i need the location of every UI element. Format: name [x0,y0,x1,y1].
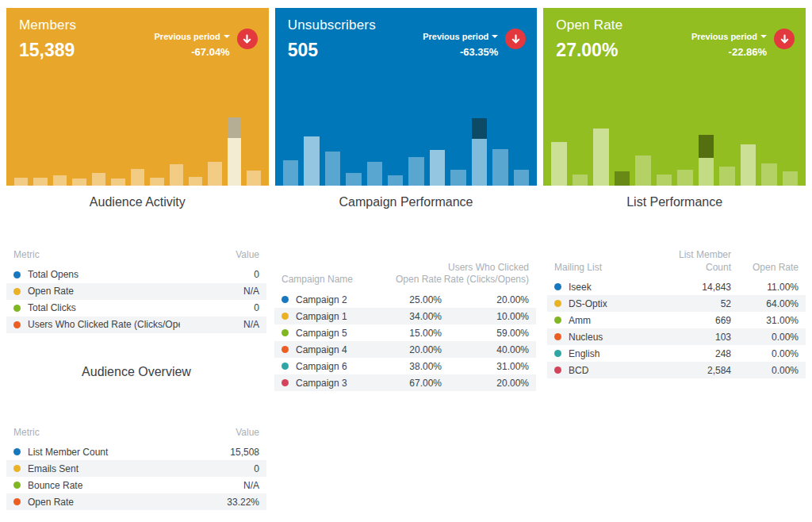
mailing-list-name: Nucleus [569,332,603,343]
card-value: 505 [288,40,376,61]
caption-audience-activity: Audience Activity [6,195,269,209]
metric-label: Users Who Clicked Rate (Clicks/Opens) [28,319,180,330]
series-dot [282,346,289,353]
mini-bar [450,170,465,186]
series-dot [282,363,289,370]
metric-value: 0 [180,463,259,474]
header-open-rate: Open Rate [731,262,799,274]
mini-bar [514,170,529,186]
series-dot [13,271,21,278]
member-count-value: 103 [660,332,731,343]
previous-period-dropdown[interactable]: Previous period [691,32,767,41]
metric-label: Total Clicks [28,302,76,313]
header-value: Value [180,249,259,262]
metric-value: N/A [180,319,259,330]
series-dot [554,300,561,307]
member-count-value: 669 [660,315,731,326]
table-header: Campaign Name Open Rate Users Who Clicke… [274,241,536,291]
table-row: Iseek 14,843 11.00% [547,278,806,295]
table-row: List Member Count 15,508 [6,443,266,460]
header-open-rate: Open Rate [358,274,442,286]
mini-bar [346,173,361,186]
mini-bar [325,152,340,186]
open-rate-value: 15.00% [358,328,442,339]
mini-bar-chart-open-rate [551,98,798,186]
kpi-card-unsubscribers: Unsubscribers 505 Previous period -63.35… [275,8,538,186]
series-dot [13,482,21,489]
change-percent: -22.86% [691,46,767,58]
mini-bar [33,178,47,186]
audience-overview-table: Metric Value Total Opens 0 Open Rate N/A… [6,246,266,333]
mini-bar [699,135,714,186]
list-performance-table: Mailing List List Member Count Open Rate… [547,241,806,378]
header-clicked-rate: Users Who Clicked Rate (Clicks/Opens) [442,262,529,286]
list-overview-table: Metric Value List Member Count 15,508 Em… [6,424,266,511]
mini-bar [635,155,650,186]
metric-value: N/A [180,286,259,297]
mini-bar [593,129,608,186]
previous-period-label: Previous period [155,32,220,41]
trend-down-badge [774,29,795,49]
mini-bar-chart-members [14,98,261,186]
card-captions-row: Audience Activity Campaign Performance L… [6,195,806,209]
table-row: BCD 2,584 0.00% [547,362,806,378]
mini-bar [677,170,692,186]
mini-bar [408,157,423,186]
down-arrow-icon [511,34,520,44]
chevron-down-icon [224,35,230,38]
clicked-rate-value: 31.00% [442,361,529,372]
card-header: Members 15,389 Previous period -67.04% [6,8,269,61]
card-title: Open Rate [556,17,622,33]
clicked-rate-value: 20.00% [442,378,529,389]
mini-bar [72,178,86,186]
open-rate-value: 67.00% [358,378,442,389]
series-dot [554,283,561,290]
table-row: Total Clicks 0 [6,300,266,317]
mini-bar [228,117,241,186]
open-rate-value: 25.00% [358,294,442,305]
clicked-rate-value: 20.00% [442,294,529,305]
caption-list-performance: List Performance [543,195,806,209]
mini-bar [189,177,202,186]
open-rate-value: 34.00% [358,311,442,322]
previous-period-label: Previous period [423,32,488,41]
header-metric: Metric [13,249,180,262]
card-value: 27.00% [556,40,622,61]
mini-bar [14,178,28,186]
mini-bar [783,171,798,186]
metric-label: Open Rate [28,286,74,297]
series-dot [282,313,289,320]
trend-down-badge [505,29,526,49]
down-arrow-icon [780,34,789,44]
metric-value: N/A [180,480,259,491]
chevron-down-icon [760,35,767,38]
mailing-list-name: Iseek [569,282,592,293]
metric-label: Emails Sent [28,463,79,474]
mini-bar [551,142,566,186]
table-row: Campaign 3 67.00% 20.00% [274,374,536,391]
mini-bar [53,175,67,186]
table-header: Metric Value [6,424,266,444]
campaign-performance-table: Campaign Name Open Rate Users Who Clicke… [274,241,536,391]
table-row: Nucleus 103 0.00% [547,328,806,345]
table-row: Campaign 5 15.00% 59.00% [274,324,536,341]
metric-label: List Member Count [28,447,108,458]
card-header: Unsubscribers 505 Previous period -63.35… [275,8,538,61]
open-rate-value: 0.00% [731,348,799,359]
campaign-name: Campaign 3 [296,378,347,389]
table-row: Campaign 2 25.00% 20.00% [274,291,536,308]
campaign-name: Campaign 4 [296,344,347,355]
campaign-name: Campaign 2 [296,294,347,305]
previous-period-dropdown[interactable]: Previous period [155,32,230,41]
card-header: Open Rate 27.00% Previous period -22.86% [543,8,806,61]
mini-bar [657,175,672,186]
kpi-cards-row: Members 15,389 Previous period -67.04% [6,8,806,186]
series-dot [13,321,21,328]
series-dot [13,498,21,505]
mini-bar [170,164,183,186]
previous-period-dropdown[interactable]: Previous period [423,32,498,41]
metric-label: Total Opens [28,269,79,280]
metric-label: Bounce Rate [28,480,82,491]
mini-bar-chart-unsubscribers [283,98,530,186]
metric-value: 0 [180,269,259,280]
